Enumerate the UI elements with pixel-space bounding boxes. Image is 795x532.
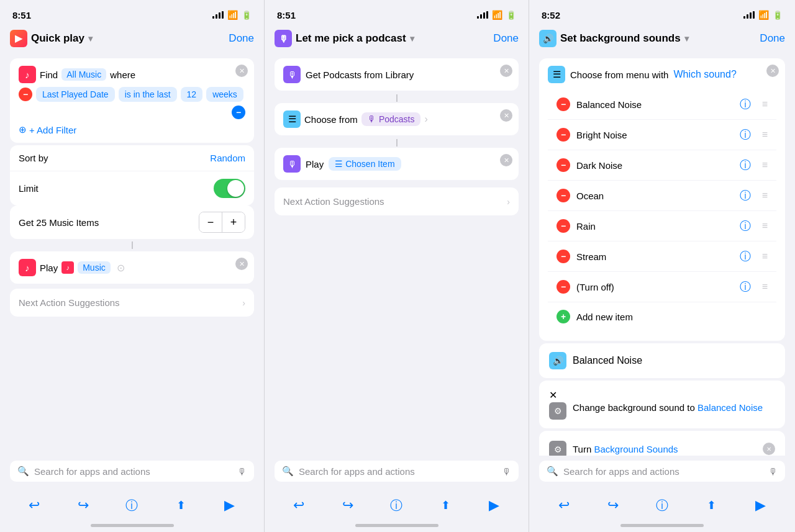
info-bright[interactable]: ⓘ bbox=[740, 127, 751, 142]
get-podcasts-close[interactable]: ✕ bbox=[500, 65, 512, 77]
music-icon-find: ♪ bbox=[19, 66, 36, 83]
next-suggestions-arrow-2: › bbox=[507, 197, 510, 207]
play-btn-2[interactable]: ▶ bbox=[483, 494, 506, 516]
play-btn-3[interactable]: ▶ bbox=[749, 494, 771, 516]
minus-rain[interactable]: − bbox=[556, 219, 570, 233]
speaker-icon-3: 🔊 bbox=[539, 30, 556, 47]
nav-title-2[interactable]: 🎙 Let me pick a podcast ▾ bbox=[275, 30, 414, 47]
play-btn-1[interactable]: ▶ bbox=[219, 494, 241, 516]
add-filter-plus: ⊕ bbox=[19, 124, 27, 135]
drag-bright[interactable]: ≡ bbox=[762, 129, 768, 140]
share-btn-1[interactable]: ⬆ bbox=[170, 494, 192, 516]
is-in-last-chip[interactable]: is in the last bbox=[119, 87, 177, 102]
play-chosen-close[interactable]: ✕ bbox=[500, 154, 512, 166]
drag-ocean[interactable]: ≡ bbox=[762, 190, 768, 201]
search-bar-2[interactable]: 🔍 Search for apps and actions 🎙 bbox=[275, 461, 519, 482]
search-bar-1[interactable]: 🔍 Search for apps and actions 🎙 bbox=[10, 461, 254, 482]
redo-btn-1[interactable]: ↪ bbox=[72, 494, 94, 516]
last-played-chip[interactable]: Last Played Date bbox=[36, 87, 115, 102]
nav-title-1[interactable]: ▶ Quick play ▾ bbox=[10, 30, 93, 47]
mic-icon-2[interactable]: 🎙 bbox=[502, 466, 511, 477]
redo-btn-2[interactable]: ↪ bbox=[337, 494, 359, 516]
turn-bg-close[interactable]: ✕ bbox=[763, 443, 775, 455]
info-turnoff[interactable]: ⓘ bbox=[740, 279, 751, 294]
next-suggestions-label-2: Next Action Suggestions bbox=[283, 196, 384, 207]
add-filter-label: + Add Filter bbox=[29, 125, 76, 135]
battery-icon-1: 🔋 bbox=[242, 11, 252, 20]
search-bar-3[interactable]: 🔍 Search for apps and actions 🎙 bbox=[539, 461, 785, 482]
minus-balanced[interactable]: − bbox=[556, 97, 570, 111]
minus-bright[interactable]: − bbox=[556, 128, 570, 142]
change-bg-target-label[interactable]: Balanced Noise bbox=[697, 402, 763, 413]
which-sound-label[interactable]: Which sound? bbox=[673, 69, 736, 80]
redo-btn-3[interactable]: ↪ bbox=[602, 494, 624, 516]
home-indicator-3 bbox=[620, 524, 704, 527]
music-chip[interactable]: Music bbox=[78, 261, 111, 274]
info-btn-3[interactable]: ⓘ bbox=[651, 494, 673, 516]
music-icon-play: ♪ bbox=[19, 259, 36, 276]
nav-done-3[interactable]: Done bbox=[760, 32, 785, 45]
nav-chevron-2: ▾ bbox=[410, 34, 414, 43]
value-12-chip[interactable]: 12 bbox=[181, 87, 203, 102]
minus-stream[interactable]: − bbox=[556, 250, 570, 263]
stepper-plus-btn[interactable]: + bbox=[222, 212, 245, 232]
undo-btn-3[interactable]: ↩ bbox=[553, 494, 575, 516]
bottom-toolbar-3: ↩ ↪ ⓘ ⬆ ▶ bbox=[529, 487, 795, 521]
filter-add-remove-btn[interactable]: − bbox=[232, 106, 245, 119]
choose-menu-close[interactable]: ✕ bbox=[766, 65, 779, 77]
info-stream[interactable]: ⓘ bbox=[740, 249, 751, 264]
drag-dark[interactable]: ≡ bbox=[762, 160, 768, 171]
mic-icon-1[interactable]: 🎙 bbox=[237, 466, 247, 477]
next-suggestions-1[interactable]: Next Action Suggestions › bbox=[10, 289, 254, 317]
drag-turnoff[interactable]: ≡ bbox=[762, 281, 768, 292]
undo-btn-2[interactable]: ↩ bbox=[288, 494, 310, 516]
status-icons-1: 📶 🔋 bbox=[212, 10, 252, 20]
info-ocean[interactable]: ⓘ bbox=[740, 188, 751, 203]
plus-green-btn[interactable]: + bbox=[556, 310, 570, 323]
minus-dark[interactable]: − bbox=[556, 158, 570, 172]
nav-chevron-1: ▾ bbox=[88, 34, 93, 43]
menu-icon-3: ☰ bbox=[548, 66, 565, 83]
weeks-chip[interactable]: weeks bbox=[206, 87, 243, 102]
add-new-item-row[interactable]: + Add new item bbox=[548, 302, 776, 331]
info-rain[interactable]: ⓘ bbox=[740, 219, 751, 233]
info-btn-2[interactable]: ⓘ bbox=[385, 494, 407, 516]
turn-target-label[interactable]: Background Sounds bbox=[594, 444, 678, 454]
info-balanced[interactable]: ⓘ bbox=[740, 97, 751, 112]
drag-balanced[interactable]: ≡ bbox=[762, 99, 768, 110]
minus-ocean[interactable]: − bbox=[556, 189, 570, 202]
stepper-minus-btn[interactable]: − bbox=[199, 212, 222, 232]
play-verb-label: Play bbox=[40, 263, 58, 273]
find-music-close[interactable]: ✕ bbox=[235, 65, 248, 77]
next-suggestions-2[interactable]: Next Action Suggestions › bbox=[275, 187, 519, 215]
drag-rain[interactable]: ≡ bbox=[762, 220, 768, 232]
choose-from-close[interactable]: ✕ bbox=[500, 109, 512, 122]
minus-turnoff[interactable]: − bbox=[556, 280, 570, 294]
add-filter-btn[interactable]: ⊕ + Add Filter bbox=[19, 124, 245, 135]
drag-stream[interactable]: ≡ bbox=[762, 251, 768, 262]
nav-title-3[interactable]: 🔊 Set background sounds ▾ bbox=[539, 30, 689, 47]
undo-btn-1[interactable]: ↩ bbox=[23, 494, 45, 516]
nav-done-1[interactable]: Done bbox=[229, 32, 254, 45]
connector-1 bbox=[10, 239, 254, 251]
menu-icon-chip: ☰ bbox=[335, 159, 343, 169]
share-btn-2[interactable]: ⬆ bbox=[434, 494, 457, 516]
limit-toggle[interactable] bbox=[214, 179, 245, 198]
all-music-chip[interactable]: All Music bbox=[61, 68, 106, 81]
podcasts-chip[interactable]: 🎙 Podcasts bbox=[361, 112, 421, 126]
info-dark[interactable]: ⓘ bbox=[740, 158, 751, 173]
change-bg-close[interactable]: ✕ bbox=[549, 389, 775, 401]
settings-area-1: Sort by Random Limit bbox=[10, 145, 254, 205]
filter-minus-btn[interactable]: − bbox=[19, 88, 32, 101]
choose-arrow-icon[interactable]: › bbox=[424, 114, 427, 125]
sort-by-row[interactable]: Sort by Random bbox=[10, 145, 254, 171]
actions-area-1: ✕ ♪ Find All Music where − Last Played D… bbox=[0, 53, 264, 456]
choose-from-card: ✕ ☰ Choose from 🎙 Podcasts › bbox=[275, 103, 519, 135]
arrow-circle-icon[interactable]: ⊙ bbox=[117, 262, 125, 274]
play-music-close[interactable]: ✕ bbox=[235, 258, 248, 270]
mic-icon-3[interactable]: 🎙 bbox=[768, 466, 778, 477]
chosen-item-chip[interactable]: ☰ Chosen Item bbox=[329, 157, 401, 171]
nav-done-2[interactable]: Done bbox=[493, 32, 519, 45]
info-btn-1[interactable]: ⓘ bbox=[120, 494, 143, 516]
share-btn-3[interactable]: ⬆ bbox=[700, 494, 722, 516]
